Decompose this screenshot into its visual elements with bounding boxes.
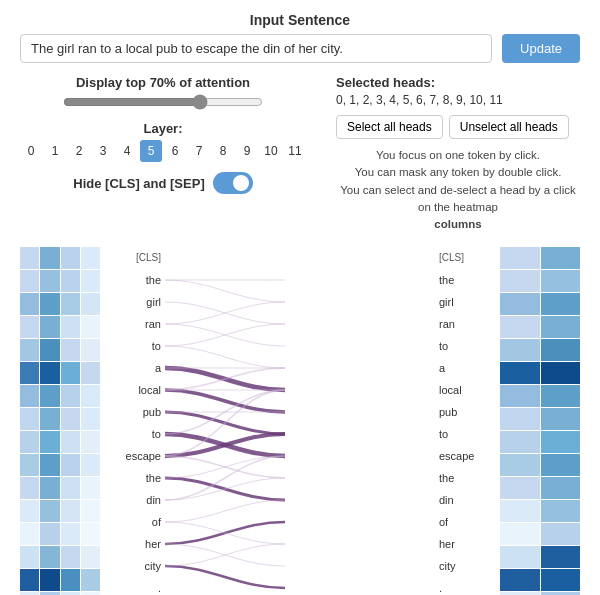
- heatmap-cell[interactable]: [81, 316, 100, 338]
- heatmap-cell[interactable]: [40, 431, 59, 453]
- heatmap-cell[interactable]: [500, 247, 540, 269]
- heatmap-cell[interactable]: [81, 569, 100, 591]
- layer-btn-1[interactable]: 1: [44, 140, 66, 162]
- heatmap-cell[interactable]: [541, 408, 581, 430]
- word-left[interactable]: [CLS]: [136, 247, 161, 269]
- heatmap-cell[interactable]: [61, 316, 80, 338]
- heatmap-cell[interactable]: [40, 293, 59, 315]
- heatmap-cell[interactable]: [61, 408, 80, 430]
- word-right[interactable]: her: [439, 533, 455, 555]
- heatmap-cell[interactable]: [61, 454, 80, 476]
- heatmap-cell[interactable]: [500, 569, 540, 591]
- layer-btn-6[interactable]: 6: [164, 140, 186, 162]
- heatmap-cell[interactable]: [40, 316, 59, 338]
- heatmap-cell[interactable]: [81, 500, 100, 522]
- word-right[interactable]: din: [439, 489, 454, 511]
- heatmap-cell[interactable]: [61, 339, 80, 361]
- heatmap-cell[interactable]: [20, 431, 39, 453]
- heatmap-cell[interactable]: [500, 431, 540, 453]
- word-left[interactable]: girl: [146, 291, 161, 313]
- word-left[interactable]: ran: [145, 313, 161, 335]
- heatmap-cell[interactable]: [541, 500, 581, 522]
- hide-cls-sep-toggle[interactable]: [213, 172, 253, 194]
- word-left[interactable]: the: [146, 467, 161, 489]
- heatmap-cell[interactable]: [61, 569, 80, 591]
- heatmap-cell[interactable]: [81, 546, 100, 568]
- heatmap-cell[interactable]: [541, 569, 581, 591]
- heatmap-cell[interactable]: [61, 477, 80, 499]
- word-left[interactable]: her: [145, 533, 161, 555]
- word-right[interactable]: the: [439, 467, 454, 489]
- heatmap-cell[interactable]: [20, 362, 39, 384]
- word-right[interactable]: escape: [439, 445, 474, 467]
- heatmap-cell[interactable]: [40, 339, 59, 361]
- word-right[interactable]: ran: [439, 313, 455, 335]
- word-left[interactable]: to: [152, 335, 161, 357]
- layer-btn-3[interactable]: 3: [92, 140, 114, 162]
- sentence-input[interactable]: [20, 34, 492, 63]
- heatmap-cell[interactable]: [61, 523, 80, 545]
- layer-btn-2[interactable]: 2: [68, 140, 90, 162]
- heatmap-cell[interactable]: [61, 431, 80, 453]
- layer-btn-9[interactable]: 9: [236, 140, 258, 162]
- heatmap-cell[interactable]: [20, 270, 39, 292]
- heatmap-cell[interactable]: [40, 362, 59, 384]
- heatmap-cell[interactable]: [61, 247, 80, 269]
- word-left[interactable]: local: [138, 379, 161, 401]
- heatmap-cell[interactable]: [500, 339, 540, 361]
- heatmap-left[interactable]: [20, 247, 100, 595]
- heatmap-cell[interactable]: [541, 477, 581, 499]
- heatmap-cell[interactable]: [61, 500, 80, 522]
- heatmap-cell[interactable]: [541, 270, 581, 292]
- heatmap-cell[interactable]: [40, 477, 59, 499]
- word-right[interactable]: city: [439, 555, 456, 577]
- word-right[interactable]: of: [439, 511, 448, 533]
- heatmap-cell[interactable]: [20, 569, 39, 591]
- heatmap-right[interactable]: [500, 247, 580, 595]
- heatmap-cell[interactable]: [20, 385, 39, 407]
- word-left[interactable]: pub: [143, 401, 161, 423]
- heatmap-cell[interactable]: [20, 339, 39, 361]
- heatmap-cell[interactable]: [541, 247, 581, 269]
- heatmap-cell[interactable]: [500, 270, 540, 292]
- heatmap-cell[interactable]: [500, 293, 540, 315]
- heatmap-cell[interactable]: [541, 431, 581, 453]
- word-right[interactable]: local: [439, 379, 462, 401]
- layer-btn-7[interactable]: 7: [188, 140, 210, 162]
- heatmap-cell[interactable]: [500, 523, 540, 545]
- update-button[interactable]: Update: [502, 34, 580, 63]
- word-right[interactable]: [CLS]: [439, 247, 464, 269]
- heatmap-cell[interactable]: [20, 247, 39, 269]
- word-right[interactable]: the: [439, 269, 454, 291]
- heatmap-cell[interactable]: [81, 293, 100, 315]
- word-left[interactable]: din: [146, 489, 161, 511]
- word-left[interactable]: city: [145, 555, 162, 577]
- heatmap-cell[interactable]: [20, 316, 39, 338]
- word-right[interactable]: to: [439, 423, 448, 445]
- word-left[interactable]: escape: [126, 445, 161, 467]
- heatmap-cell[interactable]: [20, 454, 39, 476]
- heatmap-cell[interactable]: [20, 477, 39, 499]
- word-right[interactable]: girl: [439, 291, 454, 313]
- word-right[interactable]: .: [439, 577, 442, 595]
- heatmap-cell[interactable]: [541, 523, 581, 545]
- heatmap-cell[interactable]: [81, 408, 100, 430]
- heatmap-cell[interactable]: [541, 454, 581, 476]
- heatmap-cell[interactable]: [541, 316, 581, 338]
- select-all-heads-button[interactable]: Select all heads: [336, 115, 443, 139]
- heatmap-cell[interactable]: [40, 270, 59, 292]
- heatmap-cell[interactable]: [541, 362, 581, 384]
- heatmap-cell[interactable]: [40, 546, 59, 568]
- heatmap-cell[interactable]: [81, 247, 100, 269]
- heatmap-cell[interactable]: [500, 477, 540, 499]
- heatmap-cell[interactable]: [81, 523, 100, 545]
- word-left[interactable]: .: [158, 577, 161, 595]
- attention-slider[interactable]: [63, 94, 263, 110]
- heatmap-cell[interactable]: [61, 362, 80, 384]
- heatmap-cell[interactable]: [61, 293, 80, 315]
- heatmap-cell[interactable]: [541, 293, 581, 315]
- word-left[interactable]: of: [152, 511, 161, 533]
- heatmap-cell[interactable]: [500, 408, 540, 430]
- heatmap-cell[interactable]: [20, 546, 39, 568]
- heatmap-cell[interactable]: [20, 293, 39, 315]
